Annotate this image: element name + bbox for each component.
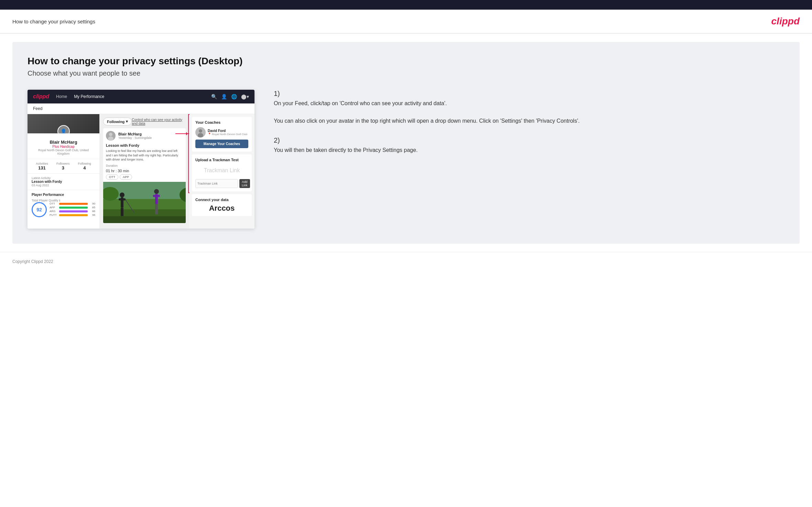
svg-point-1 bbox=[109, 133, 112, 136]
trackman-input[interactable] bbox=[195, 179, 238, 188]
coach-avatar bbox=[195, 127, 206, 137]
svg-rect-5 bbox=[103, 216, 186, 223]
profile-name: Blair McHarg bbox=[32, 140, 95, 145]
post-header: Blair McHarg Yesterday · Sunningdale bbox=[103, 128, 186, 143]
following-button[interactable]: Following ▾ bbox=[103, 118, 132, 125]
screenshot-mockup: clippd Home My Performance 🔍 👤 🌐 ⬤▾ Feed… bbox=[28, 90, 255, 229]
nav-link-home[interactable]: Home bbox=[56, 94, 67, 99]
svg-rect-20 bbox=[155, 204, 156, 214]
quality-circle: 92 bbox=[32, 202, 47, 217]
arccos-brand: Arccos bbox=[195, 204, 248, 213]
control-link[interactable]: Control who can see your activity and da… bbox=[132, 118, 186, 125]
trackman-card: Upload a Trackman Test Trackman Link Add… bbox=[192, 154, 252, 191]
app-body: 👤 Blair McHarg Plus Handicap Royal North… bbox=[28, 114, 255, 229]
middle-panel: Following ▾ Control who can see your act… bbox=[100, 114, 189, 229]
post-card: Blair McHarg Yesterday · Sunningdale Les… bbox=[103, 128, 186, 223]
post-duration-value: 01 hr : 30 min bbox=[103, 169, 186, 174]
bar-app: APP 85 bbox=[50, 206, 95, 209]
profile-info: Blair McHarg Plus Handicap Royal North D… bbox=[28, 133, 99, 159]
profile-handicap: Plus Handicap bbox=[32, 145, 95, 148]
coach-club: 📍 Royal North Devon Golf Club bbox=[208, 133, 247, 136]
coaches-card: Your Coaches Da bbox=[192, 117, 252, 152]
search-icon[interactable]: 🔍 bbox=[211, 94, 217, 99]
svg-rect-19 bbox=[153, 195, 160, 197]
header: How to change your privacy settings clip… bbox=[0, 10, 812, 34]
post-avatar bbox=[106, 131, 116, 141]
instruction-1-text: On your Feed, click/tap on 'Control who … bbox=[274, 99, 784, 125]
svg-point-23 bbox=[199, 129, 202, 133]
app-nav: clippd Home My Performance 🔍 👤 🌐 ⬤▾ bbox=[28, 90, 255, 103]
main-content: How to change your privacy settings (Des… bbox=[12, 42, 800, 244]
svg-rect-14 bbox=[121, 208, 122, 216]
profile-club: Royal North Devon Golf Club, United King… bbox=[32, 148, 95, 155]
total-quality: 92 OTT 90 APP bbox=[32, 202, 95, 217]
profile-avatar: 👤 bbox=[57, 125, 70, 133]
info-icon: ℹ bbox=[59, 199, 60, 202]
latest-activity: Latest Activity Lesson with Fordy 03 Aug… bbox=[28, 174, 99, 190]
feed-tab[interactable]: Feed bbox=[28, 103, 255, 114]
instruction-1: 1) On your Feed, click/tap on 'Control w… bbox=[274, 90, 784, 125]
red-bracket bbox=[188, 114, 190, 193]
pin-icon: 📍 bbox=[208, 133, 211, 136]
page-heading: How to change your privacy settings (Des… bbox=[28, 56, 784, 67]
footer: Copyright Clippd 2022 bbox=[0, 252, 812, 271]
trackman-title: Upload a Trackman Test bbox=[195, 158, 248, 162]
clippd-logo: clippd bbox=[771, 16, 800, 27]
avatar-icon[interactable]: ⬤▾ bbox=[241, 94, 249, 99]
quality-bars: OTT 90 APP 85 ARG bbox=[50, 202, 95, 217]
connect-title: Connect your data bbox=[195, 198, 248, 202]
top-bar bbox=[0, 0, 812, 10]
instruction-2-text: You will then be taken directly to the P… bbox=[274, 146, 784, 155]
arrow-line bbox=[175, 133, 189, 134]
profile-header: 👤 bbox=[28, 114, 99, 133]
post-author-info: Blair McHarg Yesterday · Sunningdale bbox=[118, 132, 152, 140]
arrow-head bbox=[186, 132, 190, 135]
following-row: Following ▾ Control who can see your act… bbox=[103, 118, 186, 125]
tag-app: APP bbox=[120, 174, 132, 180]
copyright: Copyright Clippd 2022 bbox=[12, 259, 53, 264]
nav-link-performance[interactable]: My Performance bbox=[74, 94, 104, 99]
header-title: How to change your privacy settings bbox=[12, 19, 95, 24]
trackman-add-button[interactable]: Add Link bbox=[239, 179, 250, 188]
right-panel-wrapper: Your Coaches Da bbox=[189, 114, 255, 229]
svg-rect-13 bbox=[119, 198, 126, 200]
instructions: 1) On your Feed, click/tap on 'Control w… bbox=[267, 90, 784, 165]
connect-card: Connect your data Arccos bbox=[192, 194, 252, 216]
profile-stats: Activities 131 Followers 3 Following 4 bbox=[28, 159, 99, 174]
page-subheading: Choose what you want people to see bbox=[28, 69, 784, 77]
trackman-link-display: Trackman Link bbox=[195, 164, 248, 177]
svg-point-11 bbox=[120, 192, 124, 197]
bar-putt: PUTT 96 bbox=[50, 213, 95, 217]
trackman-input-row: Add Link bbox=[195, 179, 248, 188]
post-tags: OTT APP bbox=[103, 174, 186, 182]
chevron-down-icon: ▾ bbox=[126, 119, 128, 124]
person-icon[interactable]: 👤 bbox=[221, 94, 227, 99]
nav-right: 🔍 👤 🌐 ⬤▾ bbox=[211, 94, 249, 99]
svg-point-17 bbox=[154, 189, 159, 194]
coaches-title: Your Coaches bbox=[195, 120, 248, 124]
svg-rect-21 bbox=[156, 204, 158, 214]
stat-activities: Activities 131 bbox=[36, 162, 48, 170]
stat-followers: Followers 3 bbox=[56, 162, 70, 170]
manage-coaches-button[interactable]: Manage Your Coaches bbox=[195, 140, 248, 148]
player-performance: Player Performance Total Player Quality … bbox=[28, 190, 99, 220]
bar-ott: OTT 90 bbox=[50, 202, 95, 205]
svg-rect-15 bbox=[122, 208, 123, 216]
quality-label: Total Player Quality ℹ bbox=[32, 199, 95, 202]
svg-point-2 bbox=[108, 136, 113, 141]
post-image bbox=[103, 182, 186, 223]
post-description: Looking to feel like my hands are exitin… bbox=[103, 149, 186, 164]
tag-ott: OTT bbox=[106, 174, 118, 180]
post-duration: Duration bbox=[103, 164, 186, 169]
globe-icon[interactable]: 🌐 bbox=[231, 94, 237, 99]
left-panel: 👤 Blair McHarg Plus Handicap Royal North… bbox=[28, 114, 100, 229]
bar-arg: ARG 86 bbox=[50, 210, 95, 213]
instruction-2: 2) You will then be taken directly to th… bbox=[274, 136, 784, 155]
content-row: clippd Home My Performance 🔍 👤 🌐 ⬤▾ Feed… bbox=[28, 90, 784, 229]
coach-info: David Ford 📍 Royal North Devon Golf Club bbox=[208, 129, 247, 136]
right-panel: Your Coaches Da bbox=[189, 114, 255, 219]
coach-row: David Ford 📍 Royal North Devon Golf Club bbox=[195, 127, 248, 137]
stat-following: Following 4 bbox=[78, 162, 91, 170]
app-logo: clippd bbox=[33, 93, 49, 100]
post-title: Lesson with Fordy bbox=[103, 143, 186, 149]
